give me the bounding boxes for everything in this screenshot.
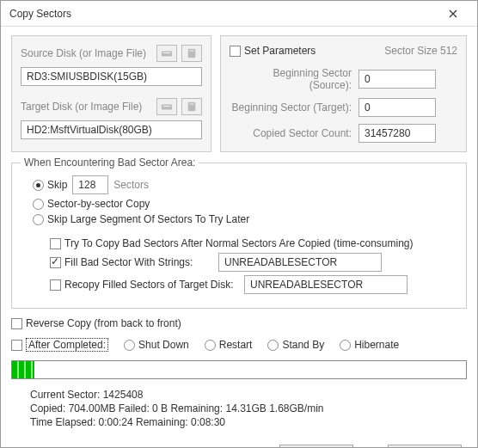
svg-rect-2 <box>188 49 196 58</box>
set-parameters-checkbox[interactable]: Set Parameters <box>230 45 316 57</box>
svg-rect-6 <box>188 102 196 111</box>
fill-checkbox[interactable]: Fill Bad Sector With Strings: <box>50 256 213 268</box>
try-copy-checkbox[interactable]: Try To Copy Bad Sectors After Normal Sec… <box>50 237 414 249</box>
source-image-select-button[interactable] <box>181 45 202 62</box>
recopy-string-input[interactable]: UNREADABLESECTOR <box>244 275 408 294</box>
stat-current-sector: Current Sector: 1425408 <box>30 388 467 402</box>
copied-count-input[interactable]: 31457280 <box>358 124 436 143</box>
target-image-select-button[interactable] <box>181 98 202 115</box>
stats: Current Sector: 1425408 Copied: 704.00MB… <box>30 388 467 429</box>
source-disk-label: Source Disk (or Image File) <box>21 47 146 59</box>
close-button[interactable] <box>436 2 470 26</box>
beginning-source-label: Beginning Sector (Source): <box>230 67 358 91</box>
beginning-source-input[interactable]: 0 <box>358 70 436 89</box>
svg-rect-4 <box>162 104 172 109</box>
skip-large-radio[interactable]: Skip Large Segment Of Sectors To Try Lat… <box>33 213 249 225</box>
source-disk-select-button[interactable] <box>156 45 177 62</box>
svg-rect-7 <box>189 104 193 105</box>
target-disk-label: Target Disk (or Image File) <box>21 101 142 113</box>
reverse-copy-checkbox[interactable]: Reverse Copy (from back to front) <box>11 317 181 329</box>
shutdown-radio[interactable]: Shut Down <box>124 339 189 351</box>
target-disk-select-button[interactable] <box>156 98 177 115</box>
stop-button[interactable]: Stop <box>388 445 462 448</box>
beginning-target-label: Beginning Sector (Target): <box>230 101 358 114</box>
svg-rect-5 <box>162 106 170 107</box>
copied-count-label: Copied Sector Count: <box>230 127 358 139</box>
sectors-label: Sectors <box>113 179 149 191</box>
skip-count-input[interactable]: 128 <box>72 175 108 194</box>
after-completed-checkbox[interactable]: After Completed: <box>11 338 108 352</box>
svg-rect-3 <box>189 51 193 52</box>
disk-panel: Source Disk (or Image File) RD3:SMIUSBDI… <box>11 35 211 152</box>
beginning-target-input[interactable]: 0 <box>358 98 436 117</box>
target-disk-input[interactable]: HD2:MsftVirtualDisk(80GB) <box>21 120 202 139</box>
source-disk-input[interactable]: RD3:SMIUSBDISK(15GB) <box>21 67 202 86</box>
svg-rect-0 <box>162 51 172 56</box>
titlebar: Copy Sectors <box>1 1 477 27</box>
stat-copied: Copied: 704.00MB Failed: 0 B Remaining: … <box>30 402 467 415</box>
svg-rect-1 <box>162 52 170 53</box>
stat-time: Time Elapsed: 0:00:24 Remaining: 0:08:30 <box>30 415 467 429</box>
bad-sector-fieldset: When Encountering Bad Sector Area: Skip … <box>11 163 467 309</box>
restart-radio[interactable]: Restart <box>205 339 253 351</box>
skip-radio[interactable]: Skip <box>33 179 67 191</box>
bad-sector-legend: When Encountering Bad Sector Area: <box>21 156 199 169</box>
content: Source Disk (or Image File) RD3:SMIUSBDI… <box>1 27 477 448</box>
sector-by-sector-radio[interactable]: Sector-by-sector Copy <box>33 198 150 210</box>
recopy-checkbox[interactable]: Recopy Filled Sectors of Target Disk: <box>50 279 239 291</box>
fill-string-input[interactable]: UNREADABLESECTOR <box>218 253 382 272</box>
params-panel: Set Parameters Sector Size 512 Beginning… <box>220 35 467 152</box>
standby-radio[interactable]: Stand By <box>267 339 324 351</box>
window-title: Copy Sectors <box>9 8 71 20</box>
sector-size-label: Sector Size 512 <box>384 45 457 57</box>
hibernate-radio[interactable]: Hibernate <box>340 339 399 351</box>
progress-fill <box>12 361 34 378</box>
progress-bar <box>11 360 467 379</box>
copy-button[interactable]: Copy <box>279 445 353 448</box>
